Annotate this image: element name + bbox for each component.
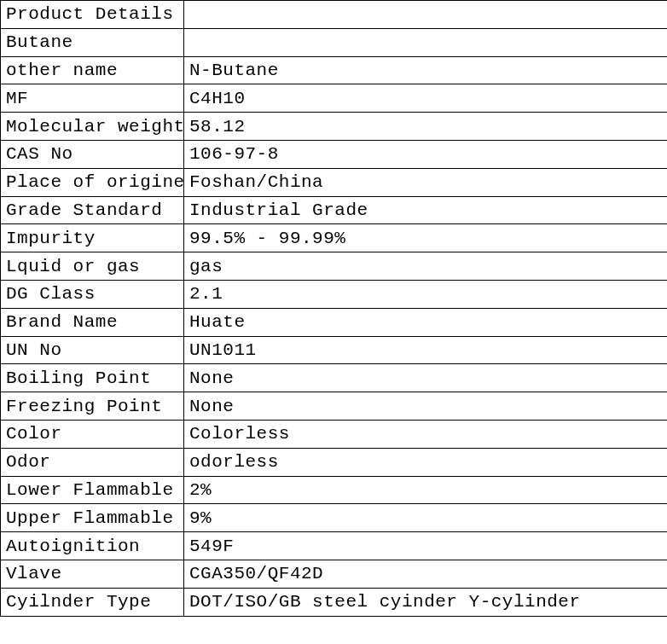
- cell-label: Autoignition: [1, 532, 184, 560]
- cell-label: Color: [1, 420, 184, 448]
- table-body: Product Details Butane other name N-Buta…: [1, 1, 668, 617]
- table-row: Boiling Point None: [1, 364, 668, 392]
- table-row: Butane: [1, 28, 668, 56]
- cell-value: odorless: [184, 448, 668, 476]
- cell-value: 99.5% - 99.99%: [184, 224, 668, 252]
- cell-label: Impurity: [1, 224, 184, 252]
- cell-value: gas: [184, 252, 668, 281]
- cell-value: N-Butane: [184, 56, 668, 84]
- table-row: Molecular weight 58.12: [1, 113, 668, 141]
- table-row: Cyilnder Type DOT/ISO/GB steel cyinder Y…: [1, 588, 668, 616]
- table-row: MF C4H10: [1, 84, 668, 113]
- cell-label: Product Details: [1, 1, 184, 29]
- cell-value: UN1011: [184, 336, 668, 364]
- cell-value: 2%: [184, 476, 668, 504]
- cell-label: Freezing Point: [1, 392, 184, 421]
- cell-label: Odor: [1, 448, 184, 476]
- cell-label: Upper Flammable li: [1, 504, 184, 532]
- cell-label: Molecular weight: [1, 113, 184, 141]
- table-row: Freezing Point None: [1, 392, 668, 421]
- cell-value: 9%: [184, 504, 668, 532]
- cell-label: CAS No: [1, 140, 184, 168]
- cell-label: MF: [1, 84, 184, 113]
- table-row: UN No UN1011: [1, 336, 668, 364]
- cell-label: Lower Flammable Li: [1, 476, 184, 504]
- table-row: Lquid or gas gas: [1, 252, 668, 281]
- table-row: Brand Name Huate: [1, 308, 668, 336]
- table-row: other name N-Butane: [1, 56, 668, 84]
- cell-value: 2.1: [184, 280, 668, 308]
- cell-label: Cyilnder Type: [1, 588, 184, 616]
- cell-value: C4H10: [184, 84, 668, 113]
- cell-label: Butane: [1, 28, 184, 56]
- cell-value: None: [184, 364, 668, 392]
- cell-value: Colorless: [184, 420, 668, 448]
- table-row: Product Details: [1, 1, 668, 29]
- cell-value: Huate: [184, 308, 668, 336]
- table-row: Impurity 99.5% - 99.99%: [1, 224, 668, 252]
- cell-value: [184, 1, 668, 29]
- cell-label: DG Class: [1, 280, 184, 308]
- table-row: Vlave CGA350/QF42D: [1, 560, 668, 588]
- table-row: CAS No 106-97-8: [1, 140, 668, 168]
- cell-label: Brand Name: [1, 308, 184, 336]
- cell-value: 106-97-8: [184, 140, 668, 168]
- cell-label: UN No: [1, 336, 184, 364]
- cell-value: Foshan/China: [184, 168, 668, 196]
- cell-label: Grade Standard: [1, 196, 184, 224]
- cell-value: 58.12: [184, 113, 668, 141]
- cell-label: other name: [1, 56, 184, 84]
- cell-value: Industrial Grade: [184, 196, 668, 224]
- table-row: Odor odorless: [1, 448, 668, 476]
- table-row: Lower Flammable Li 2%: [1, 476, 668, 504]
- cell-label: Boiling Point: [1, 364, 184, 392]
- product-details-table: Product Details Butane other name N-Buta…: [0, 0, 667, 617]
- table-row: DG Class 2.1: [1, 280, 668, 308]
- cell-value: [184, 28, 668, 56]
- cell-value: 549F: [184, 532, 668, 560]
- cell-label: Vlave: [1, 560, 184, 588]
- cell-value: CGA350/QF42D: [184, 560, 668, 588]
- cell-label: Place of origine: [1, 168, 184, 196]
- cell-value: None: [184, 392, 668, 421]
- table-row: Place of origine Foshan/China: [1, 168, 668, 196]
- table-row: Autoignition 549F: [1, 532, 668, 560]
- cell-value: DOT/ISO/GB steel cyinder Y-cylinder: [184, 588, 668, 616]
- table-row: Upper Flammable li 9%: [1, 504, 668, 532]
- cell-label: Lquid or gas: [1, 252, 184, 281]
- table-row: Grade Standard Industrial Grade: [1, 196, 668, 224]
- table-row: Color Colorless: [1, 420, 668, 448]
